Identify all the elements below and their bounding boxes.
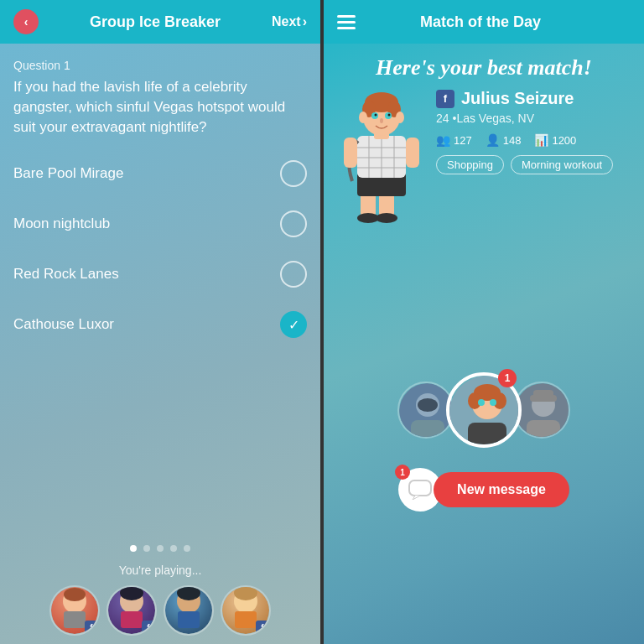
svg-rect-10 xyxy=(235,611,257,628)
checkmark-icon: ✓ xyxy=(288,317,299,333)
notification-badge: 1 xyxy=(498,369,517,387)
match-tags: Shopping Morning workout xyxy=(436,155,632,174)
left-header: ‹ Group Ice Breaker Next › xyxy=(0,0,320,44)
match-info: f Julius Seizure 24 •Las Vegas, NV 👥 127… xyxy=(324,89,644,240)
score-icon: 📊 xyxy=(534,133,548,147)
next-button[interactable]: Next › xyxy=(272,14,307,29)
option-row-3[interactable]: Red Rock Lanes xyxy=(13,261,307,288)
option-circle-2[interactable] xyxy=(280,210,307,237)
option-circle-1[interactable] xyxy=(280,160,307,187)
svg-point-47 xyxy=(478,399,485,406)
question-label: Question 1 xyxy=(13,59,307,72)
hamburger-line-3 xyxy=(337,27,356,29)
hamburger-line-2 xyxy=(337,21,356,23)
svg-rect-24 xyxy=(344,138,357,168)
tag-morning-workout: Morning workout xyxy=(511,155,613,174)
following-stat: 👤 148 xyxy=(486,133,522,147)
svg-point-48 xyxy=(490,399,496,406)
dot-5[interactable] xyxy=(184,545,190,552)
back-button[interactable]: ‹ xyxy=(13,9,39,34)
svg-rect-54 xyxy=(527,420,560,439)
match-avatar xyxy=(335,89,428,240)
option-row-1[interactable]: Bare Pool Mirage xyxy=(13,160,307,187)
followers-icon: 👥 xyxy=(436,133,450,147)
player-avatar-3 xyxy=(164,585,214,636)
option-label-4: Cathouse Luxor xyxy=(13,316,280,333)
svg-point-15 xyxy=(376,213,397,223)
match-meta: 24 •Las Vegas, NV xyxy=(436,112,632,125)
players-row: f f xyxy=(0,585,320,644)
menu-button[interactable] xyxy=(337,15,356,29)
option-label-1: Bare Pool Mirage xyxy=(13,165,280,182)
left-panel: ‹ Group Ice Breaker Next › Question 1 If… xyxy=(0,0,320,644)
right-header: Match of the Day xyxy=(324,0,644,44)
mini-avatar-right[interactable] xyxy=(513,382,570,439)
option-row-2[interactable]: Moon nightclub xyxy=(13,210,307,237)
player-avatar-2: f xyxy=(106,585,157,636)
svg-point-37 xyxy=(396,112,404,123)
svg-point-35 xyxy=(380,118,383,123)
svg-rect-53 xyxy=(533,390,553,402)
right-panel: Match of the Day Here's your best match! xyxy=(324,0,644,644)
left-content: Question 1 If you had the lavish life of… xyxy=(0,44,320,537)
question-text: If you had the lavish life of a celebrit… xyxy=(13,77,307,137)
hamburger-line-1 xyxy=(337,15,356,18)
message-area: 1 New message xyxy=(398,468,569,512)
pagination-dots xyxy=(0,545,320,552)
mini-avatar-right-wrap xyxy=(513,382,570,439)
option-circle-4[interactable]: ✓ xyxy=(280,311,307,338)
match-name-row: f Julius Seizure xyxy=(436,89,632,108)
match-fb-icon: f xyxy=(436,90,454,108)
score-stat: 📊 1200 xyxy=(534,133,576,147)
dot-3[interactable] xyxy=(157,545,164,552)
best-match-heading: Here's your best match! xyxy=(324,55,644,80)
svg-point-36 xyxy=(359,112,367,123)
fb-badge-1: f xyxy=(85,621,98,634)
avatar-3-svg xyxy=(168,586,210,635)
svg-point-33 xyxy=(375,114,377,117)
fb-badge-2: f xyxy=(142,621,155,634)
option-circle-3[interactable] xyxy=(280,261,307,288)
dot-2[interactable] xyxy=(143,545,150,552)
tag-shopping: Shopping xyxy=(436,155,504,174)
message-notification: 1 xyxy=(395,465,410,480)
svg-point-40 xyxy=(418,398,438,412)
svg-rect-25 xyxy=(406,138,419,168)
svg-rect-1 xyxy=(64,611,86,628)
match-name: Julius Seizure xyxy=(461,89,574,108)
svg-point-34 xyxy=(388,114,391,117)
mini-avatars: 1 xyxy=(397,372,570,448)
left-header-title: Group Ice Breaker xyxy=(39,13,272,31)
match-stats: 👥 127 👤 148 📊 1200 xyxy=(436,133,632,147)
fb-badge-4: f xyxy=(256,621,269,634)
dot-1[interactable] xyxy=(130,545,137,552)
right-header-title: Match of the Day xyxy=(356,13,605,31)
followers-stat: 👥 127 xyxy=(436,133,472,147)
chat-icon xyxy=(408,480,432,500)
match-bottom: 1 xyxy=(324,240,644,644)
option-label-2: Moon nightclub xyxy=(13,216,280,232)
player-avatar-1: f xyxy=(49,585,100,636)
option-row-4[interactable]: Cathouse Luxor ✓ xyxy=(13,311,307,338)
playing-label: You're playing... xyxy=(0,564,320,577)
match-details: f Julius Seizure 24 •Las Vegas, NV 👥 127… xyxy=(436,89,632,174)
svg-rect-55 xyxy=(409,480,431,496)
svg-rect-4 xyxy=(121,611,143,628)
following-icon: 👤 xyxy=(486,133,500,147)
new-message-button[interactable]: New message xyxy=(434,472,569,507)
svg-rect-49 xyxy=(468,423,506,448)
dot-4[interactable] xyxy=(170,545,177,552)
svg-rect-41 xyxy=(411,420,444,439)
option-label-3: Red Rock Lanes xyxy=(13,266,280,283)
player-avatar-4: f xyxy=(221,585,271,636)
svg-rect-7 xyxy=(178,611,200,628)
svg-point-2 xyxy=(64,588,86,601)
mini-avatar-center-wrap: 1 xyxy=(454,372,513,448)
